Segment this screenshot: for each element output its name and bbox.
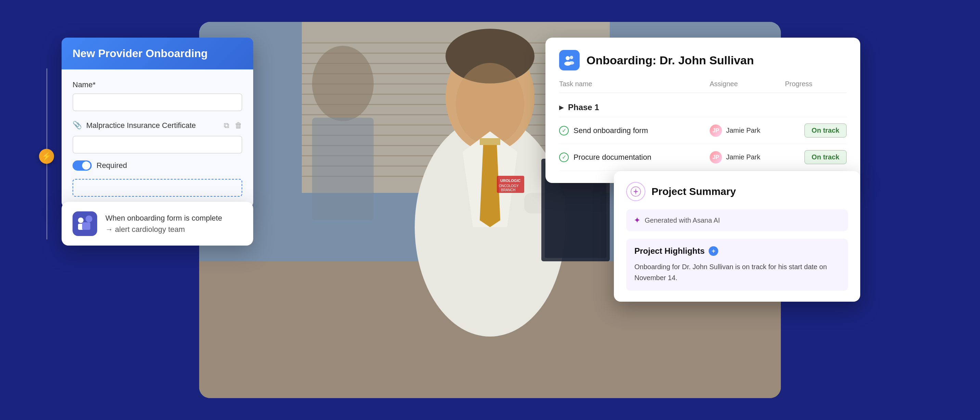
name-input[interactable]: [73, 94, 242, 111]
svg-point-39: [566, 56, 570, 60]
attachment-actions: ⧉ 🗑: [224, 121, 242, 130]
assignee-name-1: Jamie Park: [726, 153, 760, 161]
task-row-0: ✓ Send onboarding form JP Jamie Park On …: [559, 117, 846, 144]
required-toggle[interactable]: [73, 160, 92, 171]
summary-icon: [626, 182, 645, 201]
task-tracking-card: Onboarding: Dr. John Sullivan Task name …: [546, 38, 860, 183]
summary-title: Project Summary: [652, 186, 736, 197]
task-check-1[interactable]: ✓: [559, 152, 569, 162]
highlights-text: Onboarding for Dr. John Sullivan is on t…: [635, 261, 840, 283]
svg-point-40: [570, 56, 573, 59]
assignee-name-0: Jamie Park: [726, 127, 760, 135]
task-name-1: Procure documentation: [573, 153, 651, 162]
task-name-cell-1: ✓ Procure documentation: [559, 152, 710, 162]
lightning-badge: ⚡: [39, 149, 54, 164]
svg-rect-38: [82, 222, 90, 230]
task-check-0[interactable]: ✓: [559, 126, 569, 135]
required-toggle-row: Required: [73, 160, 242, 171]
onboarding-card-header: New Provider Onboarding: [62, 38, 253, 70]
progress-cell-0: On track: [785, 124, 846, 138]
summary-header: Project Summary: [626, 182, 848, 201]
phase-arrow-icon: ▶: [559, 104, 564, 111]
task-card-title: Onboarding: Dr. John Sullivan: [587, 54, 754, 67]
cards-layer: ⚡ New Provider Onboarding Name* 📎 Malpra…: [0, 0, 980, 420]
delete-icon[interactable]: 🗑: [235, 121, 242, 130]
assignee-cell-0: JP Jamie Park: [710, 125, 785, 137]
avatar-1: JP: [710, 151, 722, 163]
background: UROLOGIC ONCOLOGY BRANCH ⚡ New Provider …: [0, 0, 980, 420]
col-progress: Progress: [785, 80, 846, 88]
task-name-0: Send onboarding form: [573, 126, 648, 135]
attachment-input[interactable]: [73, 136, 242, 154]
assignee-cell-1: JP Jamie Park: [710, 151, 785, 163]
task-name-cell-0: ✓ Send onboarding form: [559, 126, 710, 135]
add-field-button[interactable]: [73, 179, 242, 197]
ai-star-icon: ✦: [634, 216, 641, 225]
attachment-icon: 📎: [73, 121, 82, 130]
ai-badge-text: Generated with Asana AI: [645, 217, 720, 224]
progress-badge-1: On track: [805, 150, 846, 164]
ai-badge-row: ✦ Generated with Asana AI: [626, 209, 848, 231]
svg-point-36: [78, 217, 83, 223]
onboarding-card-body: Name* 📎 Malpractice Insurance Certificat…: [62, 70, 253, 208]
col-assignee: Assignee: [710, 80, 785, 88]
task-card-header: Onboarding: Dr. John Sullivan: [559, 50, 846, 70]
sparkle-icon: [630, 186, 641, 197]
svg-point-42: [569, 61, 574, 65]
teams-icon: [73, 211, 97, 236]
onboarding-form-card: New Provider Onboarding Name* 📎 Malpract…: [62, 38, 253, 208]
name-field-label: Name*: [73, 80, 242, 89]
people-icon: [563, 54, 576, 67]
avatar-0: JP: [710, 125, 722, 137]
teams-notification-text: When onboarding form is complete → alert…: [105, 212, 222, 235]
highlights-section: Project Highlights + Onboarding for Dr. …: [626, 239, 848, 291]
required-toggle-label: Required: [97, 161, 127, 170]
highlights-title: Project Highlights: [635, 246, 705, 256]
project-summary-card: Project Summary ✦ Generated with Asana A…: [614, 171, 860, 302]
col-task-name: Task name: [559, 80, 710, 88]
attachment-label: Malpractice Insurance Certificate: [86, 121, 220, 130]
onboarding-card-title: New Provider Onboarding: [73, 47, 242, 60]
progress-badge-0: On track: [805, 124, 846, 138]
teams-text-line1: When onboarding form is complete: [105, 212, 222, 223]
teams-notification-card: When onboarding form is complete → alert…: [62, 202, 253, 246]
attachment-field-row: 📎 Malpractice Insurance Certificate ⧉ 🗑: [73, 121, 242, 130]
progress-cell-1: On track: [785, 150, 846, 164]
svg-point-35: [86, 216, 92, 222]
phase-label: Phase 1: [568, 103, 599, 112]
highlights-plus-icon[interactable]: +: [709, 246, 718, 256]
phase-row: ▶ Phase 1: [559, 98, 846, 117]
task-header-icon: [559, 50, 580, 70]
task-row-1: ✓ Procure documentation JP Jamie Park On…: [559, 144, 846, 171]
teams-text-line2: → alert cardiology team: [105, 223, 222, 235]
task-columns-header: Task name Assignee Progress: [559, 80, 846, 93]
highlights-title-row: Project Highlights +: [635, 246, 840, 256]
copy-icon[interactable]: ⧉: [224, 121, 229, 130]
